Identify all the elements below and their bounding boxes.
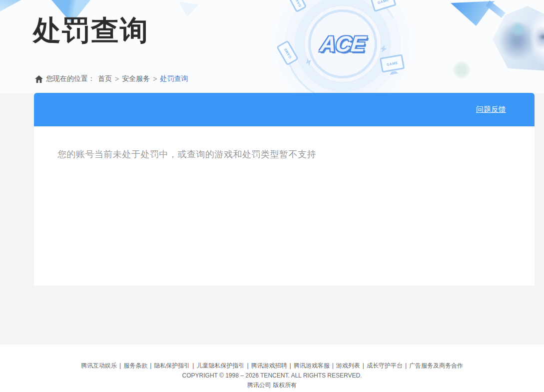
breadcrumb-separator: > bbox=[115, 75, 119, 83]
breadcrumb-security-service[interactable]: 安全服务 bbox=[122, 74, 150, 83]
copyright-text: COPYRIGHT © 1998 – 2026 TENCENT. ALL RIG… bbox=[0, 372, 544, 380]
footer-separator: | bbox=[247, 362, 248, 369]
ace-logo: ACE bbox=[319, 31, 366, 56]
footer-link[interactable]: 服务条款 bbox=[123, 362, 147, 369]
footer-separator: | bbox=[290, 362, 291, 369]
result-panel: 您的账号当前未处于处罚中，或查询的游戏和处罚类型暂不支持 bbox=[34, 126, 535, 286]
footer-link[interactable]: 腾讯游戏客服 bbox=[294, 362, 330, 369]
query-banner: 问题反馈 bbox=[34, 93, 535, 126]
result-message: 您的账号当前未处于处罚中，或查询的游戏和处罚类型暂不支持 bbox=[57, 148, 515, 160]
footer-separator: | bbox=[119, 362, 121, 369]
footer-links: 腾讯互动娱乐|服务条款|隐私保护指引|儿童隐私保护指引|腾讯游戏招聘|腾讯游戏客… bbox=[0, 362, 544, 370]
breadcrumb-home[interactable]: 首页 bbox=[98, 74, 112, 83]
ace-emblem: ACE bbox=[304, 5, 382, 83]
decorative-band-right-icon bbox=[486, 0, 506, 18]
footer-link[interactable]: 游戏列表 bbox=[336, 362, 360, 369]
footer-separator: | bbox=[405, 362, 407, 369]
game-label: GAME bbox=[386, 61, 398, 66]
footer-link[interactable]: 广告服务及商务合作 bbox=[409, 362, 463, 369]
footer-link[interactable]: 腾讯游戏招聘 bbox=[251, 362, 287, 369]
game-label: GAME bbox=[293, 0, 302, 7]
footer-link[interactable]: 成长守护平台 bbox=[367, 362, 403, 369]
home-icon bbox=[35, 75, 43, 83]
footer-link[interactable]: 腾讯互动娱乐 bbox=[81, 362, 117, 369]
main-section: 问题反馈 您的账号当前未处于处罚中，或查询的游戏和处罚类型暂不支持 bbox=[0, 93, 544, 345]
breadcrumb: 您现在的位置： 首页 > 安全服务 > 处罚查询 bbox=[35, 74, 188, 83]
game-label: GAME bbox=[377, 0, 389, 4]
penalty-query-page: ACE GAME GAME GAME GAME 处罚查询 您现在的位置： 首页 … bbox=[0, 0, 544, 392]
game-label: GAME bbox=[283, 47, 292, 58]
feedback-link[interactable]: 问题反馈 bbox=[476, 105, 506, 114]
hero-header: ACE GAME GAME GAME GAME 处罚查询 您现在的位置： 首页 … bbox=[0, 0, 544, 93]
decorative-triangle-faint-icon bbox=[177, 1, 199, 18]
decorative-triangle-corner-icon bbox=[0, 0, 21, 11]
footer-link[interactable]: 隐私保护指引 bbox=[154, 362, 190, 369]
game-monitor-icon: GAME bbox=[380, 54, 405, 73]
breadcrumb-current[interactable]: 处罚查询 bbox=[160, 74, 188, 83]
footer-separator: | bbox=[332, 362, 334, 369]
decorative-circle-icon bbox=[453, 61, 471, 79]
footer-link[interactable]: 儿童隐私保护指引 bbox=[196, 362, 244, 369]
footer-separator: | bbox=[363, 362, 364, 369]
company-text: 腾讯公司 版权所有 bbox=[0, 381, 544, 390]
footer-separator: | bbox=[192, 362, 194, 369]
footer-separator: | bbox=[150, 362, 151, 369]
breadcrumb-label: 您现在的位置： bbox=[46, 74, 95, 83]
breadcrumb-separator: > bbox=[153, 75, 157, 83]
page-footer: 腾讯互动娱乐|服务条款|隐私保护指引|儿童隐私保护指引|腾讯游戏招聘|腾讯游戏客… bbox=[0, 345, 544, 392]
page-title: 处罚查询 bbox=[33, 15, 149, 46]
